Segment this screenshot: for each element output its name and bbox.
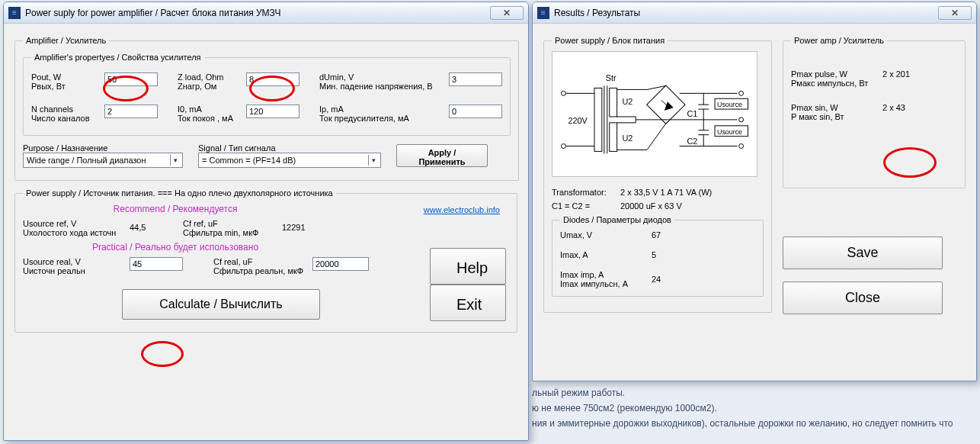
label-usrcref: Usource ref, V [23, 219, 122, 228]
input-i0[interactable] [246, 105, 299, 118]
schematic: 220V Str U2 U2 [552, 51, 757, 177]
input-ip[interactable] [449, 105, 502, 118]
value-umax: 67 [652, 230, 713, 240]
value-pmaxpulse: 2 x 201 [882, 69, 943, 88]
svg-rect-7 [610, 88, 617, 117]
group-power-supply: Power supply / Источник питания. === На … [14, 188, 517, 333]
svg-rect-4 [594, 88, 602, 151]
input-nch[interactable] [104, 105, 158, 118]
group-power-supply: Power supply / Блок питания 220V [543, 36, 772, 313]
input-pout[interactable] [104, 72, 158, 86]
svg-rect-8 [610, 123, 617, 152]
label-cfreal-ru: Cфильтра реальн, мкФ [213, 266, 305, 275]
value-c1c2: 20000 uF x 63 V [620, 201, 682, 211]
label-zload-ru: Zнагр, Ом [178, 82, 239, 91]
label-cfreal: Cf real, uF [213, 257, 305, 266]
window-power-supply: ≡ Power suply for power amplifier / Расч… [3, 2, 529, 441]
combo-purpose-value: Wide range / Полный диапазон [27, 156, 146, 165]
chevron-down-icon: ▾ [170, 155, 181, 166]
svg-line-15 [647, 124, 666, 150]
svg-point-0 [562, 91, 566, 95]
label-imaximp-ru: Imax импульсн, А [560, 279, 652, 288]
close-icon[interactable]: ✕ [938, 6, 972, 20]
app-icon: ≡ [537, 7, 549, 19]
combo-signal-value: = Common = (PF=14 dB) [202, 156, 296, 165]
input-cfreal[interactable] [312, 257, 369, 271]
bg-text: ю не менее 750см2 (рекомендую 1000см2). [532, 403, 717, 413]
label-dumin: dUmin, V [319, 72, 441, 82]
schem-220v: 220V [568, 116, 588, 125]
group-power-amp: Power amp / Усилитель Pmax pulse, W Рмак… [783, 36, 966, 188]
schem-c1: C1 [687, 109, 697, 118]
client-area: Power supply / Блок питания 220V [533, 24, 976, 328]
heading-recommend: Recommend / Рекомендуется [114, 204, 238, 214]
svg-point-31 [739, 117, 744, 122]
value-imax: 5 [652, 250, 713, 259]
group-diodes: Diodes / Параметры диодов Umax, V 67 Ima… [552, 215, 764, 297]
label-imax: Imax, A [560, 250, 652, 259]
label-cfref-ru: Cфильтра min, мкФ [183, 228, 274, 237]
label-purpose: Purpose / Назначение [23, 143, 191, 153]
svg-point-32 [739, 144, 744, 149]
titlebar[interactable]: ≡ Results / Результаты ✕ [533, 2, 976, 24]
label-umax: Umax, V [560, 230, 652, 240]
svg-marker-11 [665, 101, 674, 111]
value-transformator: 2 x 33,5 V 1 A 71 VA (W) [620, 188, 712, 197]
window-results: ≡ Results / Результаты ✕ Power supply / … [532, 2, 977, 381]
label-nch-ru: Число каналов [31, 114, 97, 123]
link-electroclub[interactable]: www.electroclub.info [424, 205, 500, 214]
group-amp-props: Amplifier's propertyes / Свойства усилит… [23, 53, 511, 136]
app-icon: ≡ [8, 7, 21, 19]
titlebar[interactable]: ≡ Power suply for power amplifier / Расч… [4, 2, 528, 24]
schem-u2a: U2 [623, 97, 633, 106]
apply-button[interactable]: Apply / Применить [396, 144, 488, 167]
label-signal: Signal / Тип сигнала [198, 143, 389, 153]
label-cfref: Cf ref, uF [183, 219, 274, 228]
label-usrcref-ru: Uхолостого хода источн [23, 228, 122, 237]
close-icon[interactable]: ✕ [490, 6, 524, 20]
label-transformator: Transformator: [552, 188, 613, 197]
bg-text: льный режим работы. [532, 388, 625, 398]
label-c1c2: C1 = C2 = [552, 201, 613, 211]
heading-practical: Practical / Реально будет использовано [92, 242, 258, 253]
input-dumin[interactable] [449, 72, 502, 86]
help-button[interactable]: Help [430, 248, 506, 285]
schem-usource2: Usource [717, 128, 742, 136]
save-button[interactable]: Save [783, 236, 943, 269]
label-imaximp: Imax imp, A [560, 270, 652, 279]
svg-point-30 [739, 91, 744, 95]
schem-str: Str [606, 73, 617, 82]
label-ip-ru: Ток предусилителя, мА [319, 114, 441, 123]
combo-purpose[interactable]: Wide range / Полный диапазон ▾ [23, 153, 183, 168]
window-title: Power suply for power amplifier / Расчет… [25, 8, 490, 18]
calculate-button[interactable]: Calculate / Вычислить [122, 289, 320, 320]
label-pmaxpulse: Pmax pulse, W [791, 69, 882, 79]
exit-button[interactable]: Exit [430, 285, 506, 321]
value-usrcref: 44,5 [130, 219, 175, 232]
schem-usource1: Usource [717, 101, 742, 108]
label-pout: Pout, W [31, 72, 97, 82]
label-zload: Z load, Ohm [178, 72, 239, 82]
label-ip: Ip, mA [319, 105, 441, 114]
legend-power-amp: Power amp / Усилитель [791, 36, 887, 45]
window-title: Results / Результаты [554, 8, 938, 18]
value-imaximp: 24 [652, 275, 713, 284]
label-pmaxpulse-ru: Рмакс импульсн, Вт [791, 79, 882, 88]
legend-power-supply: Power supply / Источник питания. === На … [23, 188, 336, 198]
label-pmaxsin-ru: P макс sin, Вт [791, 112, 882, 121]
value-cfref: 12291 [282, 219, 328, 232]
label-i0-ru: Ток покоя , мА [178, 114, 239, 123]
close-button[interactable]: Close [783, 282, 943, 314]
label-usrcreal-ru: Uисточн реальн [23, 266, 122, 275]
combo-signal[interactable]: = Common = (PF=14 dB) ▾ [198, 153, 381, 168]
input-zload[interactable] [246, 72, 299, 86]
legend-diodes: Diodes / Параметры диодов [560, 215, 674, 224]
legend-amplifier: Amplifier / Усилитель [23, 36, 109, 45]
schem-u2b: U2 [623, 134, 633, 143]
legend-amp-props: Amplifier's propertyes / Свойства усилит… [31, 53, 204, 62]
input-usrcreal[interactable] [130, 257, 183, 271]
legend-ps: Power supply / Блок питания [552, 36, 668, 45]
label-usrcreal: Usource real, V [23, 257, 122, 266]
label-nch: N channels [31, 105, 97, 114]
label-i0: I0, mA [178, 105, 239, 114]
